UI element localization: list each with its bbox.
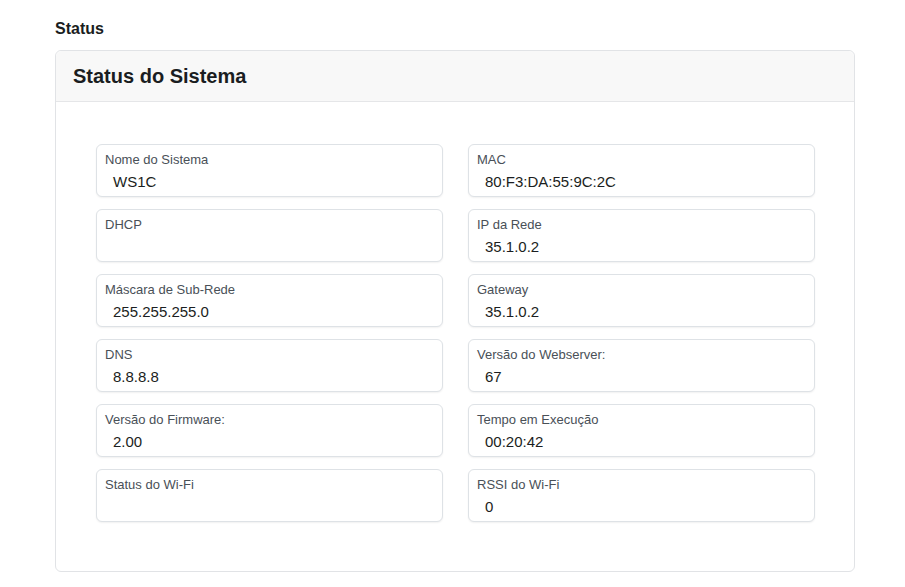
field-value: 00:20:42	[485, 431, 806, 452]
field-value: 80:F3:DA:55:9C:2C	[485, 171, 806, 192]
field-rssi-wifi: RSSI do Wi-Fi 0	[468, 469, 815, 522]
field-label: DNS	[105, 346, 434, 364]
field-label: Gateway	[477, 281, 806, 299]
fields-grid: Nome do Sistema WS1C MAC 80:F3:DA:55:9C:…	[96, 144, 815, 522]
field-mac: MAC 80:F3:DA:55:9C:2C	[468, 144, 815, 197]
field-gateway: Gateway 35.1.0.2	[468, 274, 815, 327]
page-title: Status	[55, 20, 905, 37]
field-value: 35.1.0.2	[485, 301, 806, 322]
status-card: Status do Sistema Nome do Sistema WS1C M…	[55, 50, 855, 572]
field-label: Versão do Webserver:	[477, 346, 806, 364]
field-label: DHCP	[105, 216, 434, 234]
field-label: Máscara de Sub-Rede	[105, 281, 434, 299]
field-value: 67	[485, 366, 806, 387]
field-mascara-sub-rede: Máscara de Sub-Rede 255.255.255.0	[96, 274, 443, 327]
field-value: 2.00	[113, 431, 434, 452]
field-value: 8.8.8.8	[113, 366, 434, 387]
field-value: 35.1.0.2	[485, 236, 806, 257]
card-body: Nome do Sistema WS1C MAC 80:F3:DA:55:9C:…	[56, 102, 854, 571]
field-dhcp: DHCP	[96, 209, 443, 262]
field-label: Nome do Sistema	[105, 151, 434, 169]
field-label: RSSI do Wi-Fi	[477, 476, 806, 494]
field-value: 0	[485, 496, 806, 517]
field-versao-firmware: Versão do Firmware: 2.00	[96, 404, 443, 457]
field-dns: DNS 8.8.8.8	[96, 339, 443, 392]
field-label: MAC	[477, 151, 806, 169]
field-versao-webserver: Versão do Webserver: 67	[468, 339, 815, 392]
field-value: 255.255.255.0	[113, 301, 434, 322]
card-header: Status do Sistema	[56, 51, 854, 102]
field-label: Status do Wi-Fi	[105, 476, 434, 494]
field-value: WS1C	[113, 171, 434, 192]
card-title: Status do Sistema	[73, 65, 246, 88]
field-ip-da-rede: IP da Rede 35.1.0.2	[468, 209, 815, 262]
status-page: Status Status do Sistema Nome do Sistema…	[0, 20, 905, 572]
field-label: IP da Rede	[477, 216, 806, 234]
field-label: Versão do Firmware:	[105, 411, 434, 429]
field-tempo-execucao: Tempo em Execução 00:20:42	[468, 404, 815, 457]
field-label: Tempo em Execução	[477, 411, 806, 429]
field-nome-do-sistema: Nome do Sistema WS1C	[96, 144, 443, 197]
field-status-wifi: Status do Wi-Fi	[96, 469, 443, 522]
